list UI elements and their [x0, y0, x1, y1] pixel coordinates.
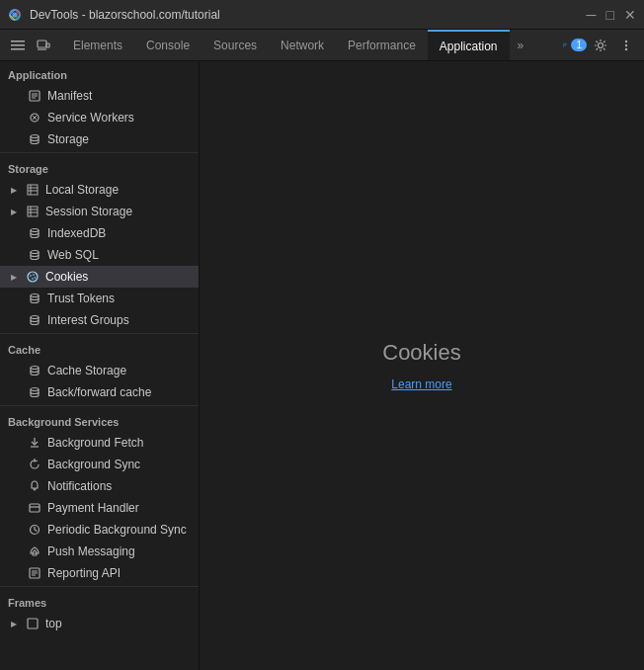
svg-point-34 [31, 316, 39, 319]
cache-storage-icon [28, 364, 41, 377]
top-label: top [45, 617, 62, 630]
workers-label: Service Workers [47, 111, 134, 125]
devices-icon [37, 39, 50, 52]
cache-storage-label: Cache Storage [47, 364, 126, 377]
more-button[interactable] [614, 34, 638, 57]
svg-rect-5 [38, 41, 46, 47]
kebab-icon [619, 39, 633, 52]
svg-point-29 [30, 275, 32, 277]
tab-bar-left-icons [0, 30, 61, 60]
divider-1 [0, 152, 199, 153]
trust-tokens-icon [28, 292, 41, 305]
svg-point-1 [12, 12, 17, 17]
sidebar-item-background-sync[interactable]: Background Sync [0, 454, 199, 475]
gear-icon [594, 39, 607, 52]
window-title: DevTools - blazorschool.com/tutorial [30, 8, 579, 22]
sidebar-item-session-storage[interactable]: Session Storage [0, 201, 199, 222]
push-messaging-icon [28, 544, 41, 558]
arrow-local-storage [8, 184, 20, 196]
sidebar-item-notifications[interactable]: Notifications [0, 475, 199, 497]
sidebar-item-periodic-background-sync[interactable]: Periodic Background Sync [0, 519, 199, 541]
trust-tokens-label: Trust Tokens [47, 292, 115, 305]
sidebar-item-indexeddb[interactable]: IndexedDB [0, 222, 199, 244]
sidebar-item-service-workers[interactable]: Service Workers [0, 107, 199, 128]
section-application: Application [0, 61, 199, 85]
sidebar-item-cookies[interactable]: Cookies [0, 266, 199, 288]
sidebar-item-local-storage[interactable]: Local Storage [0, 179, 199, 201]
manifest-icon [28, 89, 41, 103]
svg-point-17 [31, 135, 39, 138]
push-messaging-label: Push Messaging [47, 544, 135, 558]
tab-sources[interactable]: Sources [201, 30, 269, 60]
svg-rect-4 [11, 48, 25, 50]
workers-icon [28, 111, 41, 125]
sidebar-item-background-fetch[interactable]: Background Fetch [0, 432, 199, 454]
svg-rect-22 [28, 207, 38, 216]
settings-button[interactable] [589, 34, 612, 57]
sidebar-item-push-messaging[interactable]: Push Messaging [0, 541, 199, 562]
tab-application[interactable]: Application [428, 30, 510, 60]
sidebar-item-reporting-api[interactable]: Reporting API [0, 562, 199, 584]
sidebar-item-top[interactable]: top [0, 613, 199, 634]
frame-icon [26, 617, 40, 630]
storage-icon [28, 132, 41, 146]
indexeddb-label: IndexedDB [47, 226, 106, 240]
local-storage-icon [26, 183, 40, 197]
svg-point-27 [31, 251, 39, 254]
tab-elements[interactable]: Elements [61, 30, 134, 60]
issues-button[interactable]: 1 [563, 34, 587, 57]
window-controls: ─ □ ✕ [587, 8, 636, 22]
svg-point-26 [31, 229, 39, 232]
sidebar: Application Manifest Service Workers Sto… [0, 61, 200, 670]
background-sync-icon [28, 458, 41, 471]
hamburger-icon [11, 39, 25, 52]
divider-4 [0, 586, 199, 587]
notifications-icon [28, 479, 41, 493]
svg-point-9 [625, 40, 627, 42]
tab-overflow-button[interactable]: » [510, 30, 532, 60]
svg-point-8 [599, 42, 604, 47]
tabs-bar: Elements Console Sources Network Perform… [0, 30, 644, 61]
main-layout: Application Manifest Service Workers Sto… [0, 61, 644, 670]
minimize-button[interactable]: ─ [587, 8, 597, 22]
web-sql-icon [28, 248, 41, 262]
svg-rect-44 [33, 553, 37, 555]
svg-point-10 [625, 43, 627, 45]
session-storage-label: Session Storage [45, 205, 132, 218]
svg-rect-6 [46, 43, 49, 47]
sidebar-item-cache-storage[interactable]: Cache Storage [0, 360, 199, 381]
sidebar-item-storage[interactable]: Storage [0, 128, 199, 150]
sidebar-item-interest-groups[interactable]: Interest Groups [0, 309, 199, 331]
background-sync-label: Background Sync [47, 458, 140, 471]
tab-right-icons: 1 [563, 30, 644, 60]
divider-3 [0, 405, 199, 406]
issues-badge: 1 [571, 39, 587, 51]
svg-rect-3 [11, 44, 25, 46]
sidebar-item-back-forward-cache[interactable]: Back/forward cache [0, 381, 199, 403]
tab-performance[interactable]: Performance [336, 30, 428, 60]
learn-more-link[interactable]: Learn more [391, 377, 451, 391]
devtools-devices-button[interactable] [32, 34, 55, 57]
session-storage-icon [26, 205, 40, 218]
reporting-api-label: Reporting API [47, 566, 121, 580]
maximize-button[interactable]: □ [606, 8, 614, 22]
sidebar-item-web-sql[interactable]: Web SQL [0, 244, 199, 266]
interest-groups-label: Interest Groups [47, 313, 129, 327]
notifications-label: Notifications [47, 479, 112, 493]
web-sql-label: Web SQL [47, 248, 99, 262]
svg-point-32 [35, 277, 37, 279]
tab-network[interactable]: Network [269, 30, 336, 60]
svg-rect-49 [28, 619, 38, 628]
sidebar-item-manifest[interactable]: Manifest [0, 85, 199, 107]
section-cache: Cache [0, 336, 199, 360]
payment-handler-label: Payment Handler [47, 501, 139, 515]
svg-point-33 [31, 294, 39, 297]
svg-line-43 [35, 530, 38, 532]
devtools-menu-button[interactable] [6, 34, 30, 57]
tab-console[interactable]: Console [134, 30, 201, 60]
sidebar-item-payment-handler[interactable]: Payment Handler [0, 497, 199, 519]
sidebar-item-trust-tokens[interactable]: Trust Tokens [0, 288, 199, 309]
indexeddb-icon [28, 226, 41, 240]
local-storage-label: Local Storage [45, 183, 119, 197]
close-button[interactable]: ✕ [624, 8, 636, 22]
